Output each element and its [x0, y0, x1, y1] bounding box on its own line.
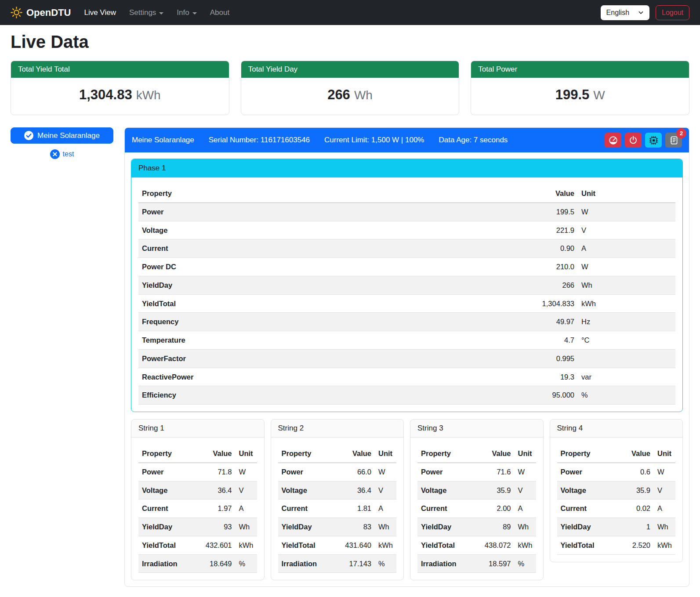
column-header-unit: Unit	[578, 185, 675, 203]
event-log-button[interactable]: 2	[665, 133, 682, 148]
caret-down-icon	[159, 12, 163, 14]
row-value: 1.97	[195, 499, 236, 518]
row-value: 1.81	[334, 499, 375, 518]
row-property: YieldDay	[138, 518, 195, 536]
string-4-table: Property Value Unit Power	[557, 445, 676, 555]
string-2-table-body: Power 66.0 W Voltage 36.4 V	[278, 463, 397, 573]
row-unit: Wh	[236, 518, 257, 536]
row-property: Voltage	[278, 481, 335, 499]
row-value: 66.0	[334, 463, 375, 481]
table-row: Current 1.97 A	[138, 499, 257, 518]
table-row: YieldTotal 431.640 kWh	[278, 536, 397, 554]
row-property: Power	[138, 463, 195, 481]
row-value: 89	[474, 518, 515, 536]
table-row: Power 71.8 W	[138, 463, 257, 481]
column-header-property: Property	[138, 445, 195, 463]
row-property: Current	[138, 499, 195, 518]
row-property: Efficiency	[138, 386, 525, 405]
row-property: YieldDay	[278, 518, 335, 536]
row-property: Voltage	[557, 481, 614, 499]
column-header-value: Value	[474, 445, 515, 463]
row-unit: %	[375, 554, 396, 573]
table-row: Voltage 36.4 V	[138, 481, 257, 499]
brand[interactable]: OpenDTU	[11, 7, 71, 18]
phase-1-table: Property Value Unit Power	[138, 185, 675, 405]
row-value: 17.143	[334, 554, 375, 573]
table-row: Current 0.90 A	[138, 239, 675, 258]
row-value: 71.8	[195, 463, 236, 481]
string-3-table-body: Power 71.6 W Voltage 35.9 V	[417, 463, 536, 573]
inverter-item-test[interactable]: test	[11, 149, 113, 159]
summary-row: Total Yield Total 1,304.83kWh Total Yiel…	[11, 61, 689, 115]
string-2-card: String 2 Property Value Unit	[271, 419, 404, 580]
card-title: Total Yield Total	[11, 61, 229, 78]
inverter-selected-button[interactable]: Meine Solaranlage	[11, 127, 113, 144]
row-unit: Wh	[375, 518, 396, 536]
row-value: 0.90	[525, 239, 578, 258]
table-row: YieldDay 1 Wh	[557, 518, 676, 536]
string-3-table: Property Value Unit Power	[417, 445, 536, 573]
table-row: Temperature 4.7 °C	[138, 331, 675, 350]
row-value: 83	[334, 518, 375, 536]
total-power-unit: W	[593, 88, 605, 102]
language-select-value: English	[606, 9, 629, 17]
device-info-button[interactable]	[645, 133, 662, 148]
nav-live-view[interactable]: Live View	[84, 8, 116, 17]
row-value: 18.649	[195, 554, 236, 573]
power-button[interactable]	[625, 133, 642, 148]
logout-button[interactable]: Logout	[656, 5, 689, 20]
string-3-title: String 3	[410, 420, 543, 438]
column-header-property: Property	[417, 445, 474, 463]
inverter-name: Meine Solaranlage	[132, 136, 194, 145]
caret-down-icon	[192, 12, 197, 14]
row-unit: %	[236, 554, 257, 573]
brand-label: OpenDTU	[26, 7, 71, 18]
row-property: ReactivePower	[138, 368, 525, 386]
row-value: 4.7	[525, 331, 578, 350]
table-row: Efficiency 95.000 %	[138, 386, 675, 405]
language-select[interactable]: English	[601, 5, 649, 20]
row-unit	[578, 349, 675, 368]
string-1-card: String 1 Property Value Unit	[131, 419, 265, 580]
row-property: Irradiation	[417, 554, 474, 573]
row-property: YieldTotal	[138, 294, 525, 313]
row-value: 1,304.833	[525, 294, 578, 313]
row-unit: V	[236, 481, 257, 499]
page-title: Live Data	[11, 32, 689, 52]
row-property: Temperature	[138, 331, 525, 350]
inverter-serial: Serial Number: 116171603546	[209, 136, 310, 145]
row-property: Power	[138, 203, 525, 221]
row-unit: A	[654, 499, 675, 518]
row-unit: W	[515, 463, 536, 481]
row-unit: %	[515, 554, 536, 573]
inverter-limit: Current Limit: 1,500 W | 100%	[324, 136, 424, 145]
row-property: YieldTotal	[278, 536, 335, 554]
row-unit: °C	[578, 331, 675, 350]
table-row: Power 66.0 W	[278, 463, 397, 481]
string-1-table: Property Value Unit Power	[138, 445, 257, 573]
table-row: YieldTotal 2.520 kWh	[557, 536, 676, 554]
row-value: 0.02	[613, 499, 654, 518]
table-row: Power 71.6 W	[417, 463, 536, 481]
limit-settings-button[interactable]	[605, 133, 621, 148]
column-header-unit: Unit	[375, 445, 396, 463]
table-row: YieldDay 266 Wh	[138, 276, 675, 294]
phase-1-card: Phase 1 Property Value Unit	[131, 159, 683, 412]
row-unit: A	[375, 499, 396, 518]
strings-row: String 1 Property Value Unit	[131, 419, 683, 580]
nav-info[interactable]: Info	[177, 8, 196, 17]
nav-links: Live View Settings Info About	[84, 8, 229, 17]
nav-about[interactable]: About	[210, 8, 229, 17]
row-unit: A	[578, 239, 675, 258]
row-unit: kWh	[515, 536, 536, 554]
table-row: YieldDay 89 Wh	[417, 518, 536, 536]
column-header-property: Property	[138, 185, 525, 203]
total-power-card: Total Power 199.5W	[471, 61, 689, 115]
row-unit: W	[578, 203, 675, 221]
nav-settings[interactable]: Settings	[129, 8, 163, 17]
row-unit: A	[515, 499, 536, 518]
table-row: YieldTotal 1,304.833 kWh	[138, 294, 675, 313]
table-row: Irradiation 17.143 %	[278, 554, 397, 573]
row-property: Current	[417, 499, 474, 518]
x-circle-icon[interactable]	[50, 149, 60, 159]
